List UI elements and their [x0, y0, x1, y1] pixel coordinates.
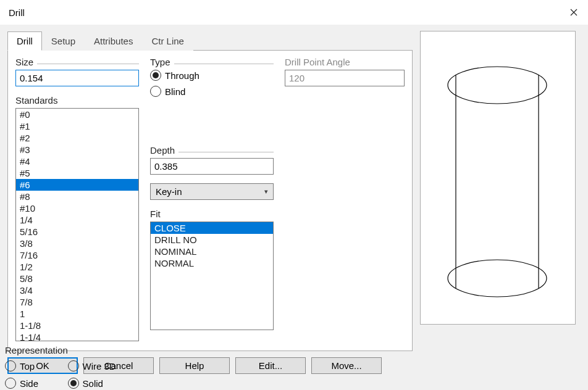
- list-item[interactable]: 1/2: [16, 261, 138, 273]
- repr-top-label: Top: [20, 361, 35, 371]
- tab-setup[interactable]: Setup: [42, 31, 85, 51]
- chevron-down-icon: ▾: [264, 188, 268, 196]
- radio-icon: [150, 70, 161, 81]
- close-icon: [570, 9, 578, 16]
- representation-label: Representation: [5, 345, 148, 355]
- radio-icon: [5, 378, 16, 389]
- list-item[interactable]: #10: [16, 202, 138, 214]
- list-item[interactable]: #3: [16, 144, 138, 156]
- depth-combo-value: Key-in: [156, 186, 182, 197]
- type-radio-through[interactable]: Through: [150, 70, 274, 81]
- depth-combo[interactable]: Key-in ▾: [150, 183, 274, 200]
- window-title: Drill: [9, 7, 25, 18]
- list-item[interactable]: NORMAL: [151, 257, 273, 269]
- list-item[interactable]: 5/16: [16, 226, 138, 238]
- list-item[interactable]: 1-1/8: [16, 320, 138, 331]
- repr-radio-side[interactable]: Side: [5, 378, 49, 389]
- list-item[interactable]: 3/4: [16, 284, 138, 296]
- depth-label: Depth: [150, 145, 175, 156]
- type-through-label: Through: [165, 70, 200, 81]
- repr-radio-wire3d[interactable]: Wire 3D: [68, 360, 116, 371]
- list-item[interactable]: CLOSE: [151, 222, 273, 234]
- list-item[interactable]: 1-1/4: [16, 331, 138, 341]
- list-item[interactable]: #6: [16, 179, 138, 191]
- standards-label: Standards: [15, 95, 139, 106]
- type-radio-blind[interactable]: Blind: [150, 86, 274, 97]
- size-input[interactable]: [15, 70, 139, 86]
- tab-ctr-line[interactable]: Ctr Line: [142, 31, 193, 51]
- list-item[interactable]: #0: [16, 109, 138, 120]
- list-item[interactable]: #1: [16, 120, 138, 132]
- repr-side-label: Side: [20, 378, 38, 389]
- preview-drawing: [421, 31, 575, 323]
- tab-bar: Drill Setup Attributes Ctr Line: [7, 31, 413, 50]
- list-item[interactable]: 3/8: [16, 238, 138, 249]
- list-item[interactable]: #8: [16, 191, 138, 202]
- list-item[interactable]: NOMINAL: [151, 246, 273, 257]
- radio-icon: [150, 86, 161, 97]
- tab-attributes[interactable]: Attributes: [85, 31, 142, 51]
- preview-pane: [420, 31, 576, 325]
- list-item[interactable]: #4: [16, 156, 138, 167]
- type-label: Type: [150, 57, 170, 67]
- repr-radio-solid[interactable]: Solid: [68, 378, 116, 389]
- move-button[interactable]: Move...: [311, 357, 382, 374]
- standards-list[interactable]: #0#1#2#3#4#5#6#8#101/45/163/87/161/25/83…: [15, 108, 139, 341]
- fit-label: Fit: [150, 209, 274, 219]
- list-item[interactable]: 5/8: [16, 273, 138, 284]
- repr-solid-label: Solid: [83, 378, 103, 389]
- drill-point-angle-input: [285, 70, 405, 86]
- repr-wire3d-label: Wire 3D: [83, 361, 116, 371]
- svg-point-0: [448, 67, 547, 104]
- fit-list[interactable]: CLOSEDRILL NONOMINALNORMAL: [150, 222, 274, 330]
- drill-point-angle-label: Drill Point Angle: [285, 57, 350, 67]
- help-button[interactable]: Help: [159, 357, 230, 374]
- list-item[interactable]: #2: [16, 132, 138, 144]
- list-item[interactable]: 1/4: [16, 214, 138, 226]
- edit-button[interactable]: Edit...: [235, 357, 306, 374]
- list-item[interactable]: 1: [16, 308, 138, 320]
- svg-point-1: [448, 260, 547, 297]
- repr-radio-top[interactable]: Top: [5, 360, 49, 371]
- close-button[interactable]: [560, 0, 588, 25]
- radio-icon: [5, 360, 16, 371]
- tab-panel: Size Standards #0#1#2#3#4#5#6#8#101/45/1…: [7, 50, 413, 351]
- depth-input[interactable]: [150, 158, 274, 175]
- size-label: Size: [15, 57, 33, 67]
- list-item[interactable]: DRILL NO: [151, 234, 273, 246]
- list-item[interactable]: 7/8: [16, 296, 138, 308]
- radio-icon: [68, 378, 79, 389]
- list-item[interactable]: #5: [16, 167, 138, 179]
- list-item[interactable]: 7/16: [16, 249, 138, 261]
- radio-icon: [68, 360, 79, 371]
- tab-drill[interactable]: Drill: [7, 31, 42, 51]
- type-blind-label: Blind: [165, 86, 185, 97]
